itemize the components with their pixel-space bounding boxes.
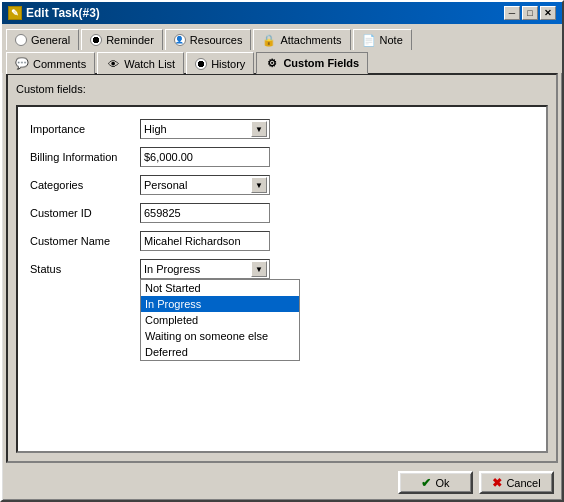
customfields-icon: ⚙: [265, 56, 279, 70]
form-area: Importance High ▼ Billing Information $6…: [16, 105, 548, 453]
billing-row: Billing Information $6,000.00: [30, 147, 534, 167]
tabs-row-1: General Reminder 👤 Resources 🔒 Attachmen…: [2, 24, 562, 49]
tab-history[interactable]: History: [186, 52, 254, 74]
categories-dropdown-arrow[interactable]: ▼: [251, 177, 267, 193]
ok-button[interactable]: ✔ Ok: [398, 471, 473, 494]
tab-customfields-label: Custom Fields: [283, 57, 359, 69]
categories-row: Categories Personal ▼: [30, 175, 534, 195]
customerid-control: 659825: [140, 203, 270, 223]
importance-dropdown-arrow[interactable]: ▼: [251, 121, 267, 137]
tab-general[interactable]: General: [6, 29, 79, 50]
categories-dropdown-container: Personal ▼: [140, 175, 270, 195]
categories-dropdown[interactable]: Personal ▼: [140, 175, 270, 195]
tab-history-label: History: [211, 58, 245, 70]
status-dropdown-container: In Progress ▼ Not Started In Progress Co…: [140, 259, 270, 279]
minimize-button[interactable]: ─: [504, 6, 520, 20]
note-icon: 📄: [362, 33, 376, 47]
status-option-deferred[interactable]: Deferred: [141, 344, 299, 360]
history-icon: [195, 58, 207, 70]
section-title: Custom fields:: [16, 83, 548, 95]
cancel-button[interactable]: ✖ Cancel: [479, 471, 554, 494]
tab-note[interactable]: 📄 Note: [353, 29, 412, 50]
importance-row: Importance High ▼: [30, 119, 534, 139]
billing-input[interactable]: $6,000.00: [140, 147, 270, 167]
edit-task-window: ✎ Edit Task(#3) ─ □ ✕ General Reminder 👤…: [0, 0, 564, 502]
tab-comments[interactable]: 💬 Comments: [6, 52, 95, 74]
customerid-label: Customer ID: [30, 207, 140, 219]
status-option-completed[interactable]: Completed: [141, 312, 299, 328]
status-dropdown-arrow[interactable]: ▼: [251, 261, 267, 277]
customername-input[interactable]: Micahel Richardson: [140, 231, 270, 251]
tab-resources[interactable]: 👤 Resources: [165, 29, 252, 50]
tab-general-label: General: [31, 34, 70, 46]
tabs-row-2: 💬 Comments 👁 Watch List History ⚙ Custom…: [2, 49, 562, 73]
status-option-not-started[interactable]: Not Started: [141, 280, 299, 296]
tab-watchlist-label: Watch List: [124, 58, 175, 70]
status-option-waiting[interactable]: Waiting on someone else: [141, 328, 299, 344]
status-row: Status In Progress ▼ Not Started In Prog…: [30, 259, 534, 279]
attachments-icon: 🔒: [262, 33, 276, 47]
importance-value: High: [144, 123, 167, 135]
ok-label: Ok: [435, 477, 449, 489]
cancel-icon: ✖: [492, 476, 502, 490]
importance-dropdown-container: High ▼: [140, 119, 270, 139]
tab-watchlist[interactable]: 👁 Watch List: [97, 52, 184, 74]
customerid-input[interactable]: 659825: [140, 203, 270, 223]
tab-attachments-label: Attachments: [280, 34, 341, 46]
tab-reminder-label: Reminder: [106, 34, 154, 46]
status-value: In Progress: [144, 263, 200, 275]
tab-resources-label: Resources: [190, 34, 243, 46]
content-area: Custom fields: Importance High ▼ Billing…: [6, 73, 558, 463]
customerid-row: Customer ID 659825: [30, 203, 534, 223]
tab-comments-label: Comments: [33, 58, 86, 70]
maximize-button[interactable]: □: [522, 6, 538, 20]
window-title: Edit Task(#3): [26, 6, 100, 20]
status-dropdown-list: Not Started In Progress Completed Waitin…: [140, 279, 300, 361]
categories-label: Categories: [30, 179, 140, 191]
importance-dropdown[interactable]: High ▼: [140, 119, 270, 139]
customername-label: Customer Name: [30, 235, 140, 247]
watchlist-icon: 👁: [106, 57, 120, 71]
customername-control: Micahel Richardson: [140, 231, 270, 251]
resources-icon: 👤: [174, 34, 186, 46]
reminder-icon: [90, 34, 102, 46]
ok-icon: ✔: [421, 476, 431, 490]
title-bar-left: ✎ Edit Task(#3): [8, 6, 100, 20]
importance-control: High ▼: [140, 119, 270, 139]
window-icon: ✎: [8, 6, 22, 20]
tab-customfields[interactable]: ⚙ Custom Fields: [256, 52, 368, 74]
status-dropdown[interactable]: In Progress ▼: [140, 259, 270, 279]
categories-control: Personal ▼: [140, 175, 270, 195]
title-bar-buttons: ─ □ ✕: [504, 6, 556, 20]
billing-label: Billing Information: [30, 151, 140, 163]
close-button[interactable]: ✕: [540, 6, 556, 20]
tab-attachments[interactable]: 🔒 Attachments: [253, 29, 350, 50]
status-control: In Progress ▼ Not Started In Progress Co…: [140, 259, 270, 279]
comments-icon: 💬: [15, 57, 29, 71]
billing-control: $6,000.00: [140, 147, 270, 167]
importance-label: Importance: [30, 123, 140, 135]
status-label: Status: [30, 263, 140, 275]
customername-row: Customer Name Micahel Richardson: [30, 231, 534, 251]
bottom-bar: ✔ Ok ✖ Cancel: [2, 467, 562, 500]
title-bar: ✎ Edit Task(#3) ─ □ ✕: [2, 2, 562, 24]
general-icon: [15, 34, 27, 46]
categories-value: Personal: [144, 179, 187, 191]
tab-note-label: Note: [380, 34, 403, 46]
status-option-in-progress[interactable]: In Progress: [141, 296, 299, 312]
cancel-label: Cancel: [506, 477, 540, 489]
tab-reminder[interactable]: Reminder: [81, 29, 163, 50]
